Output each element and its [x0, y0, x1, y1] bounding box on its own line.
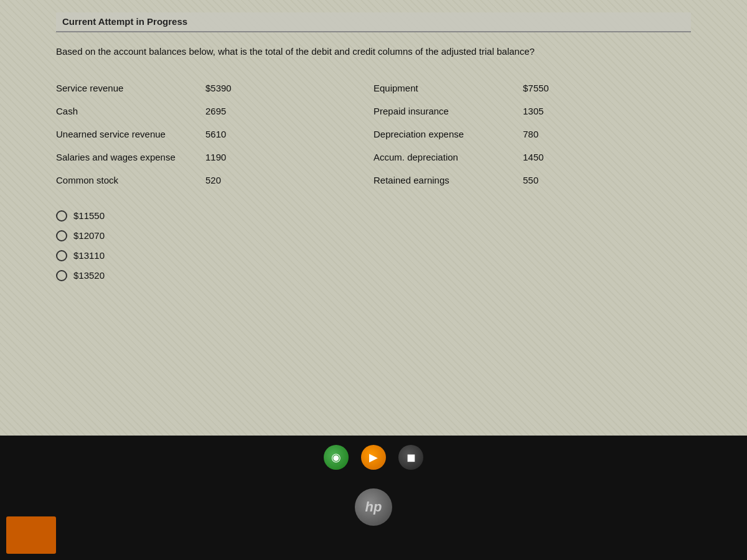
- option-item-2[interactable]: $13110: [56, 250, 691, 261]
- account-name: Accum. depreciation: [374, 152, 510, 162]
- account-name: Cash: [56, 106, 193, 116]
- account-name: Depreciation expense: [374, 129, 510, 139]
- table-row: Cash 2695: [56, 100, 374, 123]
- table-row: Depreciation expense 780: [374, 123, 691, 146]
- table-row: Salaries and wages expense 1190: [56, 146, 374, 169]
- radio-button-1[interactable]: [56, 230, 67, 241]
- option-label-2: $13110: [73, 250, 105, 261]
- right-accounts-column: Equipment $7550 Prepaid insurance 1305 D…: [374, 77, 691, 192]
- account-name: Common stock: [56, 175, 193, 185]
- table-row: Prepaid insurance 1305: [374, 100, 691, 123]
- option-item-0[interactable]: $11550: [56, 210, 691, 222]
- question-text: Based on the account balances below, wha…: [56, 45, 691, 59]
- account-value: 1450: [523, 152, 560, 162]
- account-name: Retained earnings: [374, 175, 510, 185]
- account-name: Prepaid insurance: [374, 106, 510, 116]
- account-value: 5610: [205, 129, 243, 139]
- account-value: 1305: [523, 106, 560, 116]
- answer-options: $11550 $12070 $13110 $13520: [56, 210, 691, 281]
- account-value: 2695: [205, 106, 243, 116]
- account-value: 520: [205, 175, 243, 185]
- option-label-3: $13520: [73, 270, 105, 281]
- table-row: Common stock 520: [56, 169, 374, 192]
- left-accounts-column: Service revenue $5390 Cash 2695 Unearned…: [56, 77, 374, 192]
- radio-button-3[interactable]: [56, 270, 67, 281]
- account-name: Salaries and wages expense: [56, 152, 193, 162]
- table-row: Unearned service revenue 5610: [56, 123, 374, 146]
- account-value: 550: [523, 175, 560, 185]
- option-item-3[interactable]: $13520: [56, 270, 691, 281]
- taskbar-icons: ◉ ▶ ◼: [324, 445, 423, 470]
- taskbar-icon-1[interactable]: ◉: [324, 445, 349, 470]
- option-label-1: $12070: [73, 230, 105, 241]
- table-row: Accum. depreciation 1450: [374, 146, 691, 169]
- taskbar: ◉ ▶ ◼ hp: [0, 436, 747, 560]
- table-row: Retained earnings 550: [374, 169, 691, 192]
- taskbar-icon-2[interactable]: ▶: [361, 445, 386, 470]
- account-name: Unearned service revenue: [56, 129, 193, 139]
- account-name: Equipment: [374, 83, 510, 93]
- account-value: 780: [523, 129, 560, 139]
- hp-logo: hp: [355, 488, 392, 526]
- orange-square-decoration: [6, 516, 56, 554]
- table-row: Service revenue $5390: [56, 77, 374, 100]
- account-name: Service revenue: [56, 83, 193, 93]
- taskbar-icon-3[interactable]: ◼: [398, 445, 423, 470]
- accounts-grid: Service revenue $5390 Cash 2695 Unearned…: [56, 77, 691, 192]
- page-title: Current Attempt in Progress: [62, 16, 187, 27]
- radio-button-2[interactable]: [56, 250, 67, 261]
- account-value: 1190: [205, 152, 243, 162]
- option-label-0: $11550: [73, 210, 105, 221]
- radio-button-0[interactable]: [56, 210, 67, 222]
- account-value: $7550: [523, 83, 560, 93]
- option-item-1[interactable]: $12070: [56, 230, 691, 241]
- table-row: Equipment $7550: [374, 77, 691, 100]
- account-value: $5390: [205, 83, 243, 93]
